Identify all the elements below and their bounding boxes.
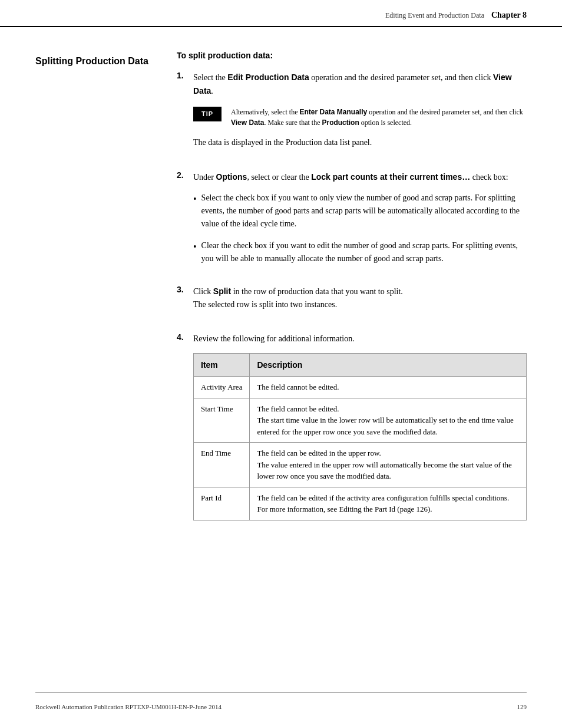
footer-page-number: 129 xyxy=(517,703,527,710)
table-cell-description: The field cannot be edited. The start ti… xyxy=(250,398,527,443)
table-cell-item: Part Id xyxy=(194,487,250,520)
step-1-text: Select the Edit Production Data operatio… xyxy=(193,73,512,95)
tip-label: TIP xyxy=(193,107,222,122)
procedure-title: To split production data: xyxy=(177,51,527,60)
step-1: 1. Select the Edit Production Data opera… xyxy=(177,71,527,160)
table-row: Activity Area The field cannot be edited… xyxy=(194,377,527,398)
table-cell-item: End Time xyxy=(194,443,250,487)
page-container: Editing Event and Production Data Chapte… xyxy=(0,0,562,728)
step-2: 2. Under Options, select or clear the Lo… xyxy=(177,170,527,274)
step-3: 3. Click Split in the row of production … xyxy=(177,285,527,322)
step-2-number: 2. xyxy=(177,170,191,274)
header-subtitle: Editing Event and Production Data xyxy=(385,11,484,20)
table-header-description: Description xyxy=(250,353,527,376)
table-header-item: Item xyxy=(194,353,250,376)
table-cell-description: The field cannot be edited. xyxy=(250,377,527,398)
step-1-number: 1. xyxy=(177,71,191,160)
section-title: Splitting Production Data xyxy=(35,55,159,68)
list-item: • Select the check box if you want to on… xyxy=(193,192,527,231)
tip-box: TIP Alternatively, select the Enter Data… xyxy=(193,107,527,128)
step-1-panel-text: The data is displayed in the Production … xyxy=(193,136,527,149)
table-row: Part Id The field can be edited if the a… xyxy=(194,487,527,520)
step-3-number: 3. xyxy=(177,285,191,322)
bullet-dot: • xyxy=(193,241,197,253)
table-cell-description: The field can be edited in the upper row… xyxy=(250,443,527,487)
step-3-content: Click Split in the row of production dat… xyxy=(193,285,527,322)
bullet-text-2: Clear the check box if you want to edit … xyxy=(201,239,527,266)
tip-text: Alternatively, select the Enter Data Man… xyxy=(231,107,527,128)
table-cell-item: Start Time xyxy=(194,398,250,443)
main-content: To split production data: 1. Select the … xyxy=(177,51,527,531)
bullet-dot: • xyxy=(193,193,197,206)
footer-divider xyxy=(35,692,527,693)
step-2-bullets: • Select the check box if you want to on… xyxy=(193,192,527,266)
data-table: Item Description Activity Area The field… xyxy=(193,353,527,521)
table-cell-item: Activity Area xyxy=(194,377,250,398)
table-cell-description: The field can be edited if the activity … xyxy=(250,487,527,520)
step-1-content: Select the Edit Production Data operatio… xyxy=(193,71,527,160)
page-content: Splitting Production Data To split produ… xyxy=(0,27,562,555)
page-footer: Rockwell Automation Publication RPTEXP-U… xyxy=(35,703,527,710)
bullet-text-1: Select the check box if you want to only… xyxy=(201,192,527,231)
table-header-row: Item Description xyxy=(194,353,527,376)
step-2-content: Under Options, select or clear the Lock … xyxy=(193,170,527,274)
step-4: 4. Review the following for additional i… xyxy=(177,332,527,520)
step-4-number: 4. xyxy=(177,332,191,520)
step-4-text: Review the following for additional info… xyxy=(193,334,355,343)
list-item: • Clear the check box if you want to edi… xyxy=(193,239,527,266)
table-row: End Time The field can be edited in the … xyxy=(194,443,527,487)
step-2-text: Under Options, select or clear the Lock … xyxy=(193,173,508,182)
footer-left: Rockwell Automation Publication RPTEXP-U… xyxy=(35,703,222,710)
header-chapter: Chapter 8 xyxy=(491,11,527,20)
page-header: Editing Event and Production Data Chapte… xyxy=(0,0,562,27)
step-3-text: Click Split in the row of production dat… xyxy=(193,287,403,296)
table-row: Start Time The field cannot be edited. T… xyxy=(194,398,527,443)
step-4-content: Review the following for additional info… xyxy=(193,332,527,520)
step-3-panel-text: The selected row is split into two insta… xyxy=(193,298,527,311)
sidebar: Splitting Production Data xyxy=(35,51,177,531)
